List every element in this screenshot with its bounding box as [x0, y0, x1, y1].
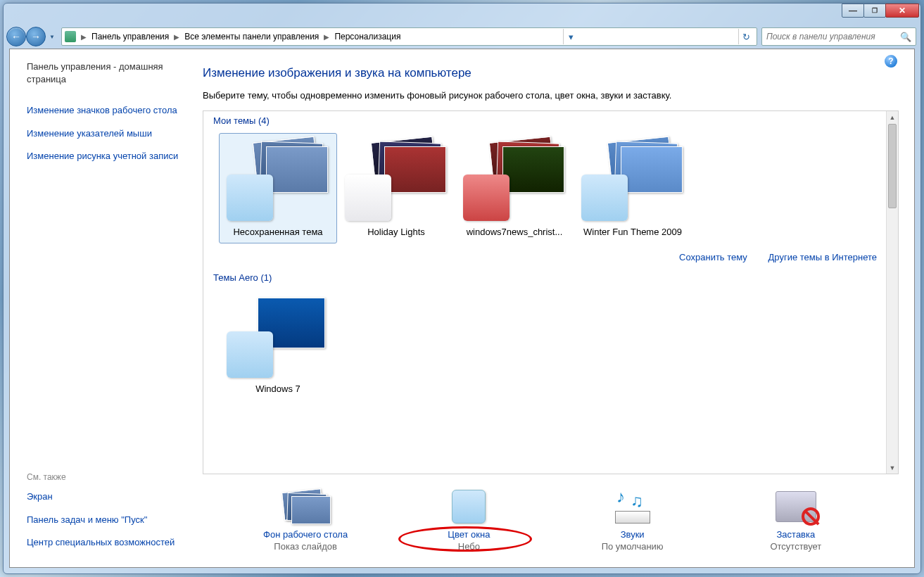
history-dropdown[interactable]: ▼ [47, 28, 57, 45]
theme-winter-fun[interactable]: Winter Fun Theme 2009 [574, 133, 692, 243]
theme-unsaved[interactable]: Несохраненная тема [219, 133, 337, 243]
sidebar-link-display[interactable]: Экран [27, 490, 179, 503]
window-color-title[interactable]: Цвет окна [398, 529, 539, 540]
sounds-title[interactable]: Звуки [562, 529, 703, 540]
scrollbar[interactable]: ▲ ▼ [886, 111, 898, 474]
scroll-up-arrow[interactable]: ▲ [887, 111, 898, 123]
theme-label: windows7news_christ... [460, 227, 569, 239]
themes-panel: Мои темы (4) Несохраненная тема [203, 110, 899, 474]
scroll-thumb[interactable] [888, 124, 897, 208]
scroll-down-arrow[interactable]: ▼ [887, 462, 898, 474]
sidebar-link-account-picture[interactable]: Изменение рисунка учетной записи [27, 150, 179, 163]
titlebar: — ❐ ✕ [4, 4, 920, 25]
main-content: ? Изменение изображения и звука на компь… [187, 49, 914, 567]
refresh-button[interactable]: ↻ [738, 29, 754, 44]
desktop-background-icon [283, 490, 328, 523]
chevron-right-icon[interactable]: ▶ [322, 33, 331, 41]
chevron-right-icon[interactable]: ▶ [79, 33, 89, 41]
my-themes-grid: Несохраненная тема Holiday Lights [203, 130, 898, 249]
sidebar-link-mouse-pointers[interactable]: Изменение указателей мыши [27, 127, 179, 140]
help-icon[interactable]: ? [885, 55, 897, 68]
theme-windows7news-christmas[interactable]: windows7news_christ... [455, 133, 574, 243]
aero-themes-grid: Windows 7 [203, 287, 898, 406]
screensaver-sub: Отсутствует [726, 541, 866, 552]
window-color-sub: Небо [398, 541, 539, 552]
sounds-item[interactable]: ♪♫ Звуки По умолчанию [562, 487, 703, 552]
screensaver-item[interactable]: Заставка Отсутствует [726, 487, 866, 552]
window-color-icon [452, 490, 486, 524]
breadcrumb-3[interactable]: Персонализация [331, 30, 403, 43]
desktop-background-sub: Показ слайдов [235, 541, 376, 552]
window: — ❐ ✕ ← → ▼ ▶ Панель управления ▶ Все эл… [3, 3, 921, 574]
sidebar-link-taskbar[interactable]: Панель задач и меню "Пуск" [27, 514, 179, 526]
back-button[interactable]: ← [6, 27, 26, 46]
sidebar: Панель управления - домашняя страница Из… [10, 49, 187, 567]
dropdown-button[interactable]: ▾ [563, 29, 578, 44]
close-button[interactable]: ✕ [885, 4, 919, 18]
theme-label: Windows 7 [224, 383, 332, 395]
forward-button[interactable]: → [26, 27, 46, 46]
theme-actions: Сохранить тему Другие темы в Интернете [203, 249, 898, 268]
see-also-header: См. также [27, 472, 179, 482]
window-color-item[interactable]: Цвет окна Небо [398, 487, 539, 552]
sounds-sub: По умолчанию [562, 541, 703, 552]
theme-label: Winter Fun Theme 2009 [578, 227, 687, 239]
theme-holiday-lights[interactable]: Holiday Lights [337, 133, 455, 243]
desktop-background-item[interactable]: Фон рабочего стола Показ слайдов [235, 487, 376, 552]
search-input[interactable] [766, 32, 900, 42]
breadcrumb-1[interactable]: Панель управления [89, 30, 172, 43]
search-box[interactable]: 🔍 [761, 27, 916, 46]
sidebar-link-desktop-icons[interactable]: Изменение значков рабочего стола [27, 104, 179, 117]
window-buttons: — ❐ ✕ [842, 4, 919, 18]
sidebar-home[interactable]: Панель управления - домашняя страница [27, 61, 179, 86]
screensaver-title[interactable]: Заставка [726, 529, 866, 540]
minimize-button[interactable]: — [842, 4, 864, 18]
sounds-icon: ♪♫ [612, 490, 653, 524]
section-aero-themes: Темы Aero (1) [203, 268, 898, 287]
screensaver-icon [776, 491, 816, 522]
theme-label: Holiday Lights [342, 227, 450, 239]
page-title: Изменение изображения и звука на компьют… [203, 66, 899, 80]
search-icon[interactable]: 🔍 [900, 32, 911, 42]
desktop-background-title[interactable]: Фон рабочего стола [235, 529, 376, 540]
save-theme-link[interactable]: Сохранить тему [679, 252, 747, 262]
breadcrumb-2[interactable]: Все элементы панели управления [182, 30, 322, 43]
chevron-right-icon[interactable]: ▶ [172, 33, 182, 41]
maximize-button[interactable]: ❐ [863, 4, 886, 18]
more-themes-link[interactable]: Другие темы в Интернете [768, 252, 878, 262]
address-bar[interactable]: ▶ Панель управления ▶ Все элементы панел… [61, 27, 757, 46]
page-description: Выберите тему, чтобы одновременно измени… [203, 90, 899, 101]
theme-label: Несохраненная тема [224, 227, 332, 239]
theme-windows-7[interactable]: Windows 7 [219, 290, 337, 400]
toolbar: ← → ▼ ▶ Панель управления ▶ Все элементы… [4, 25, 920, 49]
body: Панель управления - домашняя страница Из… [9, 49, 915, 568]
control-panel-icon [65, 31, 76, 42]
section-my-themes: Мои темы (4) [203, 111, 898, 130]
bottom-panel: Фон рабочего стола Показ слайдов Цвет ок… [203, 474, 899, 556]
sidebar-link-ease-of-access[interactable]: Центр специальных возможностей [27, 536, 179, 549]
